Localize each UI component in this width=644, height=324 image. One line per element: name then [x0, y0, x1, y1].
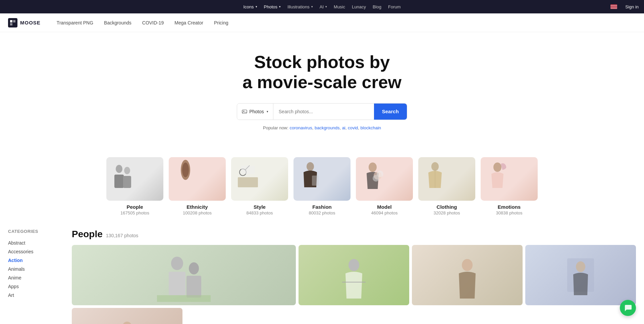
svg-point-5	[116, 165, 122, 173]
category-row: People 167505 photos Ethnicity 100208 ph…	[0, 157, 644, 229]
svg-point-26	[189, 262, 199, 274]
svg-rect-1	[13, 20, 15, 22]
category-card-clothing[interactable]: Clothing 32028 photos	[418, 157, 475, 215]
svg-point-34	[122, 322, 132, 324]
secondary-nav-backgrounds[interactable]: Backgrounds	[104, 20, 131, 25]
sidebar-item-anime[interactable]: Anime	[8, 273, 64, 282]
category-name-ethnicity: Ethnicity	[186, 204, 208, 210]
popular-tag-blockchain[interactable]: blockchain	[361, 125, 381, 130]
chat-button[interactable]	[620, 300, 636, 316]
gallery-item[interactable]	[299, 245, 409, 305]
secondary-nav-pricing[interactable]: Pricing	[214, 20, 228, 25]
category-card-people[interactable]: People 167505 photos	[106, 157, 163, 215]
svg-point-15	[307, 162, 314, 171]
svg-rect-11	[238, 177, 258, 187]
sidebar-item-action[interactable]: Action	[8, 256, 64, 265]
hero-section: Stock photos by a movie-scale crew Photo…	[0, 32, 644, 157]
top-nav-item-illustrations[interactable]: Illustrations ▾	[287, 4, 313, 9]
popular-tag-coronavirus[interactable]: coronavirus	[290, 125, 312, 130]
svg-point-33	[576, 261, 585, 272]
category-card-ethnicity[interactable]: Ethnicity 100208 photos	[169, 157, 226, 215]
chevron-down-icon: ▾	[256, 5, 257, 8]
top-nav-item-blog[interactable]: Blog	[373, 4, 381, 9]
search-input[interactable]	[273, 104, 374, 120]
gallery-image-4	[525, 245, 636, 305]
chevron-down-icon: ▾	[279, 5, 281, 8]
sidebar-item-animals[interactable]: Animals	[8, 265, 64, 273]
category-name-fashion: Fashion	[312, 204, 332, 210]
category-name-emotions: Emotions	[498, 204, 521, 210]
category-card-model[interactable]: Model 46094 photos	[356, 157, 413, 215]
sidebar-item-apps[interactable]: Apps	[8, 282, 64, 291]
category-count-style: 84833 photos	[247, 210, 273, 215]
category-name-style: Style	[254, 204, 266, 210]
svg-point-17	[369, 163, 377, 172]
category-count-model: 46094 photos	[371, 210, 398, 215]
chevron-down-icon: ▾	[267, 110, 268, 113]
category-image-style	[231, 157, 288, 201]
gallery-header: People 130,167 photos	[72, 229, 636, 240]
top-nav-item-forum[interactable]: Forum	[388, 4, 401, 9]
gallery-item[interactable]	[72, 308, 182, 324]
gallery-title: People	[72, 229, 103, 240]
svg-point-10	[182, 163, 189, 177]
top-nav-item-photos[interactable]: Photos ▾	[264, 4, 281, 9]
svg-rect-28	[157, 295, 211, 302]
svg-point-7	[124, 167, 130, 174]
photos-icon	[242, 109, 247, 114]
svg-rect-27	[186, 276, 201, 298]
category-image-ethnicity	[169, 157, 226, 201]
category-name-clothing: Clothing	[437, 204, 457, 210]
category-name-people: People	[126, 204, 143, 210]
category-name-model: Model	[377, 204, 391, 210]
us-flag-icon	[610, 4, 617, 9]
gallery-item[interactable]	[412, 245, 523, 305]
gallery-item[interactable]	[525, 245, 636, 305]
category-card-fashion[interactable]: Fashion 80032 photos	[293, 157, 351, 215]
top-nav-items: Icons ▾ Photos ▾ Illustrations ▾ AI ▾ Mu…	[243, 4, 400, 9]
popular-tag-backgrounds[interactable]: backgrounds	[315, 125, 339, 130]
category-image-clothing	[418, 157, 475, 201]
search-type-selector[interactable]: Photos ▾	[237, 104, 273, 120]
category-count-emotions: 30838 photos	[496, 210, 523, 215]
svg-rect-14	[241, 166, 255, 174]
svg-point-29	[348, 259, 359, 271]
top-nav-item-ai[interactable]: AI ▾	[320, 4, 327, 9]
search-type-label: Photos	[249, 109, 264, 114]
svg-rect-25	[169, 272, 185, 295]
category-count-ethnicity: 100208 photos	[183, 210, 212, 215]
category-image-people	[106, 157, 163, 201]
secondary-nav-covid19[interactable]: COVID-19	[142, 20, 164, 25]
sidebar-item-accessories[interactable]: Accessories	[8, 247, 64, 256]
svg-point-23	[493, 163, 501, 172]
sidebar-item-abstract[interactable]: Abstract	[8, 239, 64, 247]
gallery-image-5	[72, 308, 182, 324]
logo[interactable]: MOOSE	[8, 18, 41, 27]
svg-rect-6	[114, 175, 124, 188]
top-nav-item-icons[interactable]: Icons ▾	[243, 4, 257, 9]
top-nav-item-lunacy[interactable]: Lunacy	[352, 4, 366, 9]
top-nav-item-music[interactable]: Music	[334, 4, 345, 9]
flag-area[interactable]	[610, 4, 617, 9]
sign-in-link[interactable]: Sign in	[625, 4, 639, 9]
gallery-item[interactable]	[72, 245, 296, 305]
gallery-image-3	[412, 245, 523, 305]
category-count-people: 167505 photos	[120, 210, 149, 215]
svg-point-24	[171, 257, 183, 270]
category-image-emotions	[481, 157, 538, 201]
svg-rect-8	[123, 176, 131, 188]
sidebar: Categories Abstract Accessories Action A…	[0, 229, 64, 324]
popular-tag-ai[interactable]: ai	[342, 125, 345, 130]
secondary-nav-transparent-png[interactable]: Transparent PNG	[57, 20, 93, 25]
popular-tag-covid[interactable]: covid	[348, 125, 358, 130]
svg-rect-2	[10, 23, 12, 25]
secondary-nav-mega-creator[interactable]: Mega Creator	[174, 20, 203, 25]
sidebar-item-art[interactable]: Art	[8, 291, 64, 300]
gallery-grid	[72, 245, 636, 324]
category-card-emotions[interactable]: Emotions 30838 photos	[481, 157, 538, 215]
chevron-down-icon: ▾	[311, 5, 313, 8]
category-card-style[interactable]: Style 84833 photos	[231, 157, 288, 215]
hero-title: Stock photos by a movie-scale crew	[7, 52, 637, 92]
sidebar-title: Categories	[8, 229, 64, 234]
search-button[interactable]: Search	[374, 104, 407, 120]
